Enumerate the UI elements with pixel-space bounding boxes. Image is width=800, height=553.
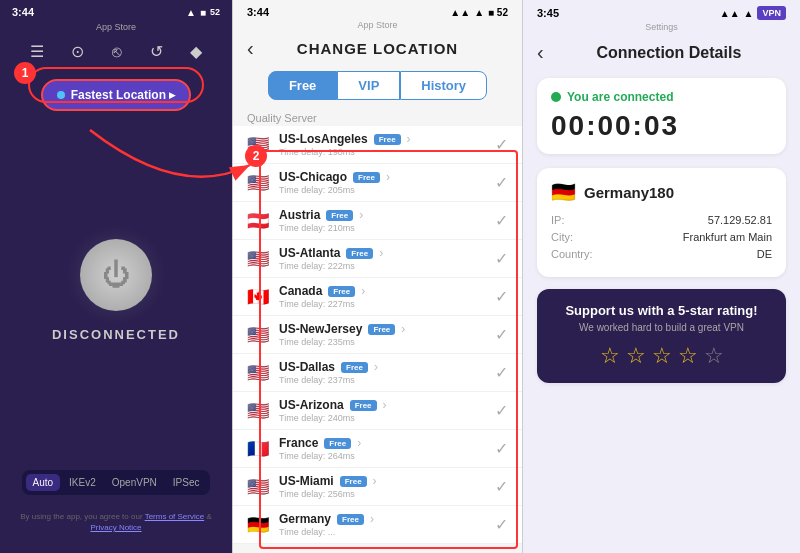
list-item[interactable]: 🇺🇸 US-Chicago Free › Time delay: 205ms ✓	[233, 164, 522, 202]
annotation-1: 1	[14, 62, 36, 84]
server-flag: 🇩🇪	[551, 180, 576, 204]
server-name-row: 🇩🇪 Germany180	[551, 180, 772, 204]
signal-icon: 52	[210, 7, 220, 17]
flag-germany: 🇩🇪	[247, 514, 271, 536]
terms-link[interactable]: Terms of Service	[145, 512, 205, 521]
server-detail-country: Country: DE	[551, 248, 772, 260]
nav-bar-2: ‹ CHANGE LOCATION	[233, 34, 522, 63]
server-info-box: 🇩🇪 Germany180 IP: 57.129.52.81 City: Fra…	[537, 168, 786, 277]
time-2: 3:44	[247, 6, 269, 18]
refresh-icon[interactable]: ↺	[150, 42, 163, 61]
page-title-3: Connection Details	[552, 44, 786, 62]
tab-free[interactable]: Free	[268, 71, 337, 100]
power-section: ⏻ DISCONNECTED	[0, 119, 232, 462]
check-icon: ✓	[495, 515, 508, 534]
power-button[interactable]: ⏻	[80, 239, 152, 311]
list-item[interactable]: 🇺🇸 US-Dallas Free › Time delay: 237ms ✓	[233, 354, 522, 392]
tab-row: Free VIP History	[233, 63, 522, 108]
tab-vip[interactable]: VIP	[337, 71, 400, 100]
location-list[interactable]: 🇺🇸 US-LosAngeles Free › Time delay: 198m…	[233, 126, 522, 553]
page-title-2: CHANGE LOCATION	[297, 40, 458, 57]
quality-label: Quality Server	[233, 108, 522, 126]
status-bar-3: 3:45 ▲▲ ▲ VPN	[523, 0, 800, 22]
flag-us-chi: 🇺🇸	[247, 172, 271, 194]
list-item[interactable]: 🇺🇸 US-LosAngeles Free › Time delay: 198m…	[233, 126, 522, 164]
protocol-tabs: Auto IKEv2 OpenVPN IPSec	[22, 470, 211, 495]
flag-us-nj: 🇺🇸	[247, 324, 271, 346]
city-label: City:	[551, 231, 573, 243]
time-3: 3:45	[537, 7, 559, 19]
signal-2: ▲▲	[450, 7, 470, 18]
rating-box: Support us with a 5-star rating! We work…	[537, 289, 786, 383]
flag-us-dal: 🇺🇸	[247, 362, 271, 384]
list-item[interactable]: 🇩🇪 Germany Free › Time delay: ... ✓	[233, 506, 522, 544]
tab-openvpn[interactable]: OpenVPN	[105, 474, 164, 491]
check-icon: ✓	[495, 477, 508, 496]
panel-vpn-main: 3:44 ▲ ■ 52 App Store ☰ ⊙ ⎋ ↺ ◆ 1 Fas	[0, 0, 233, 553]
check-icon: ✓	[495, 211, 508, 230]
status-icons-1: ▲ ■ 52	[186, 7, 220, 18]
country-value: DE	[757, 248, 772, 260]
server-detail-city: City: Frankfurt am Main	[551, 231, 772, 243]
footer-text: By using the app, you agree to our Terms…	[0, 503, 232, 553]
tab-history[interactable]: History	[400, 71, 487, 100]
ip-value: 57.129.52.81	[708, 214, 772, 226]
flag-us-atl: 🇺🇸	[247, 248, 271, 270]
fastest-location-label: Fastest Location ▸	[71, 88, 176, 102]
time-1: 3:44	[12, 6, 34, 18]
battery-icon: ■	[200, 7, 206, 18]
connection-timer: 00:00:03	[551, 110, 772, 142]
check-icon: ✓	[495, 135, 508, 154]
star-3[interactable]: ☆	[652, 343, 672, 369]
nav-bar-1: ☰ ⊙ ⎋ ↺ ◆	[0, 36, 232, 67]
disconnected-status: DISCONNECTED	[52, 327, 180, 342]
privacy-link[interactable]: Privacy Notice	[90, 523, 141, 532]
wifi-3: ▲	[744, 8, 754, 19]
nav-bar-3: ‹ Connection Details	[523, 35, 800, 70]
flag-us-mia: 🇺🇸	[247, 476, 271, 498]
tab-auto[interactable]: Auto	[26, 474, 61, 491]
diamond-icon[interactable]: ◆	[190, 42, 202, 61]
list-item[interactable]: 🇦🇹 Austria Free › Time delay: 210ms ✓	[233, 202, 522, 240]
list-item[interactable]: 🇺🇸 US-Atlanta Free › Time delay: 222ms ✓	[233, 240, 522, 278]
wifi-icon: ▲	[186, 7, 196, 18]
tab-ipsec[interactable]: IPSec	[166, 474, 207, 491]
back-button-2[interactable]: ‹	[247, 37, 254, 60]
flag-canada: 🇨🇦	[247, 286, 271, 308]
status-bar-1: 3:44 ▲ ■ 52	[0, 0, 232, 22]
list-item[interactable]: 🇺🇸 US-Arizona Free › Time delay: 240ms ✓	[233, 392, 522, 430]
stars-row[interactable]: ☆ ☆ ☆ ☆ ☆	[551, 343, 772, 369]
rating-subtitle: We worked hard to build a great VPN	[551, 322, 772, 333]
star-4[interactable]: ☆	[678, 343, 698, 369]
appstore-bar-1: App Store	[0, 22, 232, 36]
menu-icon[interactable]: ☰	[30, 42, 44, 61]
ip-label: IP:	[551, 214, 564, 226]
server-name: Germany180	[584, 184, 674, 201]
country-label: Country:	[551, 248, 593, 260]
location-info-la: US-LosAngeles Free › Time delay: 198ms	[279, 132, 487, 157]
list-item[interactable]: 🇨🇦 Canada Free › Time delay: 227ms ✓	[233, 278, 522, 316]
star-2[interactable]: ☆	[626, 343, 646, 369]
flag-austria: 🇦🇹	[247, 210, 271, 232]
share-icon[interactable]: ⎋	[112, 43, 122, 61]
list-item[interactable]: 🇺🇸 US-NewJersey Free › Time delay: 235ms…	[233, 316, 522, 354]
check-icon: ✓	[495, 287, 508, 306]
appstore-bar-2: App Store	[233, 20, 522, 34]
list-item[interactable]: 🇫🇷 France Free › Time delay: 264ms ✓	[233, 430, 522, 468]
location-icon[interactable]: ⊙	[71, 42, 84, 61]
star-5[interactable]: ☆	[704, 343, 724, 369]
panel-connection-details: 3:45 ▲▲ ▲ VPN Settings ‹ Connection Deta…	[523, 0, 800, 553]
back-button-3[interactable]: ‹	[537, 41, 544, 64]
fastest-location-button[interactable]: Fastest Location ▸	[41, 79, 192, 111]
battery-2: ■ 52	[488, 7, 508, 18]
star-1[interactable]: ☆	[600, 343, 620, 369]
vpn-badge: VPN	[757, 6, 786, 20]
wifi-2: ▲	[474, 7, 484, 18]
city-value: Frankfurt am Main	[683, 231, 772, 243]
signal-3: ▲▲	[720, 8, 740, 19]
list-item[interactable]: 🇺🇸 US-Miami Free › Time delay: 256ms ✓	[233, 468, 522, 506]
settings-bar-3: Settings	[523, 22, 800, 35]
rating-title: Support us with a 5-star rating!	[551, 303, 772, 318]
tab-ikev2[interactable]: IKEv2	[62, 474, 103, 491]
check-icon: ✓	[495, 173, 508, 192]
